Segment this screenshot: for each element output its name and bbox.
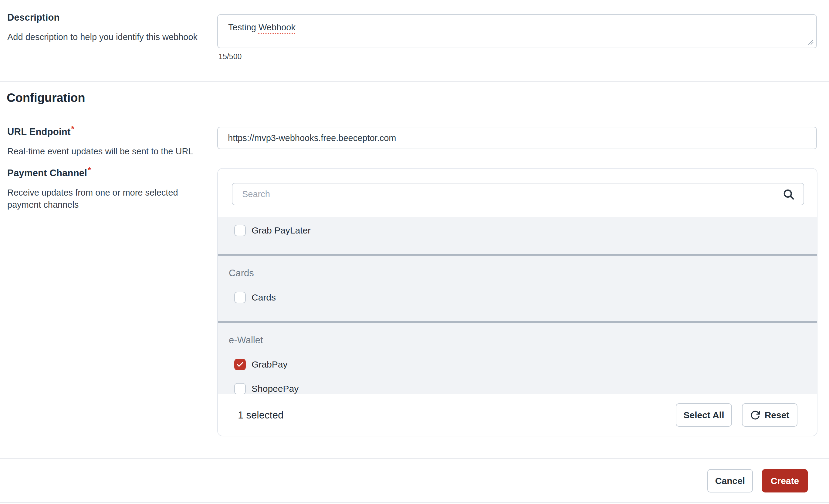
- payment-channel-label-block: Payment Channel* Receive updates from on…: [7, 165, 199, 211]
- reset-label: Reset: [765, 410, 790, 420]
- reset-button[interactable]: Reset: [742, 403, 797, 427]
- channel-group-items: GrabPay ShopeePay: [218, 352, 817, 394]
- url-endpoint-label-block: URL Endpoint* Real-time event updates wi…: [7, 124, 193, 157]
- channel-group: e-Wallet GrabPay ShopeePay: [218, 321, 817, 394]
- cancel-button[interactable]: Cancel: [707, 469, 753, 493]
- channel-row[interactable]: GrabPay: [218, 352, 817, 377]
- required-asterisk: *: [71, 124, 74, 133]
- channel-label: ShopeePay: [252, 384, 298, 394]
- payment-channel-help: Receive updates from one or more selecte…: [7, 187, 199, 211]
- description-label: Description: [7, 12, 197, 23]
- channel-checkbox[interactable]: [234, 359, 246, 370]
- description-label-block: Description Add description to help you …: [7, 12, 197, 43]
- section-divider: [0, 81, 829, 82]
- payment-channel-label: Payment Channel*: [7, 165, 199, 179]
- channel-label: Cards: [252, 292, 276, 303]
- url-endpoint-label: URL Endpoint*: [7, 124, 193, 138]
- description-textarea[interactable]: Testing Webhook: [217, 14, 817, 48]
- description-text-misspelled: Webhook: [258, 23, 295, 32]
- channel-footer-actions: Select All Reset: [676, 403, 797, 427]
- required-asterisk: *: [88, 165, 91, 175]
- channel-group: Cards Cards: [218, 254, 817, 310]
- payment-channel-card: Grab PayLater Cards Cards e: [217, 168, 818, 436]
- channel-checkbox[interactable]: [234, 292, 246, 303]
- page-bottom-divider: [0, 502, 829, 503]
- reset-refresh-icon: [750, 410, 760, 420]
- create-button[interactable]: Create: [762, 469, 808, 493]
- channel-search-area: [218, 168, 817, 217]
- url-endpoint-help: Real-time event updates will be sent to …: [7, 145, 193, 157]
- section-divider: [0, 458, 829, 459]
- channel-group-title: Cards: [229, 268, 817, 279]
- url-endpoint-input[interactable]: [217, 127, 817, 149]
- channel-row[interactable]: Grab PayLater: [218, 218, 817, 243]
- webhook-form-page: Description Add description to help you …: [0, 0, 829, 504]
- group-divider: [218, 321, 817, 323]
- select-all-button[interactable]: Select All: [676, 403, 732, 427]
- channel-group: Grab PayLater: [218, 218, 817, 243]
- channel-row[interactable]: ShopeePay: [218, 377, 817, 394]
- channel-row[interactable]: Cards: [218, 285, 817, 310]
- channel-list: Grab PayLater Cards Cards e: [218, 217, 817, 394]
- description-help: Add description to help you identify thi…: [7, 31, 197, 43]
- channel-checkbox[interactable]: [234, 383, 246, 394]
- channel-group-items: Grab PayLater: [218, 218, 817, 243]
- channel-checkbox[interactable]: [234, 225, 246, 236]
- checkmark-icon: [236, 360, 244, 369]
- resize-handle-icon[interactable]: [807, 39, 814, 45]
- select-all-label: Select All: [684, 410, 724, 420]
- description-text: Testing: [228, 23, 258, 32]
- configuration-heading: Configuration: [7, 91, 85, 105]
- channel-search-input[interactable]: [232, 183, 804, 205]
- channel-label: Grab PayLater: [252, 225, 311, 236]
- channel-footer: 1 selected Select All Reset: [218, 394, 817, 436]
- character-counter: 15/500: [218, 52, 242, 61]
- channel-group-title: e-Wallet: [229, 335, 817, 346]
- group-divider: [218, 254, 817, 256]
- channel-label: GrabPay: [252, 359, 287, 370]
- channel-group-items: Cards: [218, 285, 817, 310]
- selected-count: 1 selected: [238, 410, 283, 421]
